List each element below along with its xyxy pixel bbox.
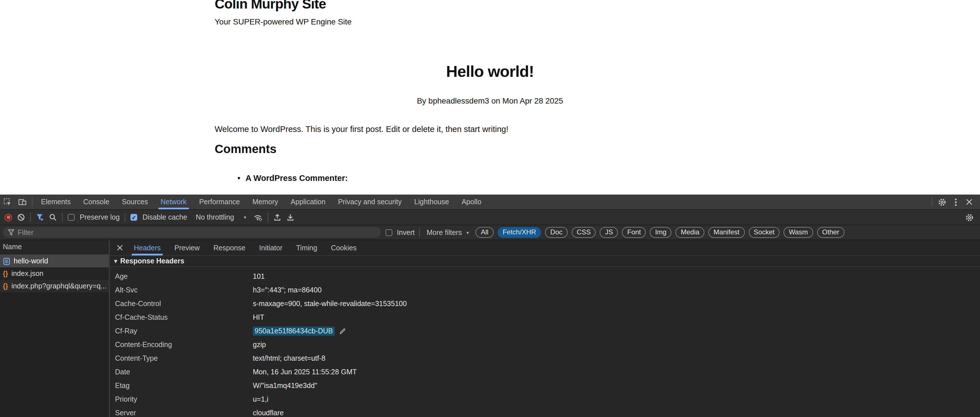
filter-chip-other[interactable]: Other bbox=[817, 227, 845, 238]
filter-chip-img[interactable]: Img bbox=[650, 227, 671, 238]
filter-chip-media[interactable]: Media bbox=[676, 227, 705, 238]
detail-tab-response[interactable]: Response bbox=[207, 240, 252, 255]
browser-viewport: Colin Murphy Site Your SUPER-powered WP … bbox=[0, 0, 980, 195]
preserve-log-checkbox[interactable] bbox=[68, 214, 75, 221]
device-toolbar-icon[interactable] bbox=[15, 195, 30, 209]
filter-chip-wasm[interactable]: Wasm bbox=[784, 227, 813, 238]
detail-tab-timing[interactable]: Timing bbox=[289, 240, 324, 255]
devtools-tab-performance[interactable]: Performance bbox=[193, 195, 246, 209]
headers-list: Age 101 Alt-Svc h3=":443"; ma=86400 Cach… bbox=[110, 267, 980, 417]
filter-chip-css[interactable]: CSS bbox=[572, 227, 596, 238]
header-value: text/html; charset=utf-8 bbox=[253, 354, 325, 362]
clear-network-log-icon[interactable] bbox=[17, 213, 25, 221]
devtools-panel: Elements Console Sources Network Perform… bbox=[0, 195, 980, 417]
invert-label[interactable]: Invert bbox=[397, 228, 415, 236]
request-name: hello-world bbox=[14, 257, 48, 265]
header-row: Server cloudflare bbox=[110, 406, 980, 417]
invert-checkbox[interactable] bbox=[385, 229, 392, 236]
edit-pencil-icon[interactable] bbox=[339, 328, 345, 335]
header-row: Etag W/"isa1mq419e3dd" bbox=[110, 379, 980, 393]
header-row: Priority u=1,i bbox=[110, 393, 980, 406]
network-settings-gear-icon[interactable] bbox=[965, 213, 974, 222]
devtools-tab-privacy-security[interactable]: Privacy and security bbox=[332, 195, 408, 209]
filter-chip-js[interactable]: JS bbox=[600, 227, 618, 238]
detail-tab-initiator[interactable]: Initiator bbox=[252, 240, 289, 255]
disable-cache-label[interactable]: Disable cache bbox=[142, 213, 187, 221]
disclosure-triangle-icon: ▼ bbox=[114, 258, 117, 264]
request-row-index-json[interactable]: {} index.json bbox=[0, 267, 109, 280]
more-options-kebab-icon[interactable] bbox=[949, 195, 962, 209]
devtools-tab-memory[interactable]: Memory bbox=[246, 195, 285, 209]
header-value: h3=":443"; ma=86400 bbox=[253, 286, 322, 294]
divider bbox=[932, 197, 932, 206]
post-body-text: Welcome to WordPress. This is your first… bbox=[215, 125, 509, 134]
detail-tab-headers[interactable]: Headers bbox=[127, 240, 168, 255]
devtools-tab-console[interactable]: Console bbox=[77, 195, 116, 209]
filter-funnel-small-icon bbox=[8, 229, 14, 236]
request-detail-pane: Headers Preview Response Initiator Timin… bbox=[110, 240, 980, 417]
search-icon[interactable] bbox=[49, 213, 57, 221]
filter-input[interactable] bbox=[18, 228, 376, 236]
more-filters-dropdown[interactable]: More filters ▾ bbox=[427, 228, 469, 236]
header-row: Content-Type text/html; charset=utf-8 bbox=[110, 352, 980, 365]
header-value: cloudflare bbox=[253, 409, 283, 417]
header-row: Cf-Cache-Status HIT bbox=[110, 311, 980, 324]
divider bbox=[30, 213, 31, 222]
site-title: Colin Murphy Site bbox=[215, 0, 326, 12]
header-row: Age 101 bbox=[110, 270, 980, 283]
requests-column-header[interactable]: Name bbox=[0, 240, 109, 255]
export-har-icon[interactable] bbox=[287, 213, 295, 221]
header-value: W/"isa1mq419e3dd" bbox=[253, 382, 317, 390]
divider bbox=[32, 197, 32, 206]
filter-input-pill[interactable] bbox=[3, 227, 381, 238]
filter-chip-fetch-xhr[interactable]: Fetch/XHR bbox=[497, 227, 541, 238]
comment-list-item: •A WordPress Commenter: bbox=[237, 173, 348, 182]
header-value: s-maxage=900, stale-while-revalidate=315… bbox=[253, 300, 407, 308]
devtools-tab-apollo[interactable]: Apollo bbox=[455, 195, 488, 209]
filter-chip-socket[interactable]: Socket bbox=[749, 227, 780, 238]
throttling-select[interactable]: No throttling ▾ bbox=[196, 213, 246, 221]
filter-chip-all[interactable]: All bbox=[476, 227, 494, 238]
request-row-hello-world[interactable]: hello-world bbox=[0, 255, 109, 267]
network-filter-bar: Invert More filters ▾ All Fetch/XHR Doc … bbox=[0, 225, 980, 240]
header-key: Server bbox=[110, 409, 253, 417]
devtools-tab-application[interactable]: Application bbox=[285, 195, 332, 209]
devtools-tab-elements[interactable]: Elements bbox=[35, 195, 77, 209]
request-name: index.json bbox=[11, 270, 44, 277]
divider bbox=[268, 213, 269, 222]
section-title: Response Headers bbox=[120, 257, 184, 265]
requests-panel: Name hello-world {} index.json bbox=[0, 240, 110, 417]
header-key: Etag bbox=[110, 382, 253, 390]
site-tagline: Your SUPER-powered WP Engine Site bbox=[215, 17, 352, 26]
detail-tab-cookies[interactable]: Cookies bbox=[324, 240, 363, 255]
filter-funnel-icon[interactable] bbox=[36, 213, 44, 221]
response-headers-section[interactable]: ▼ Response Headers bbox=[110, 256, 980, 267]
network-conditions-icon[interactable] bbox=[254, 213, 263, 221]
filter-chip-doc[interactable]: Doc bbox=[545, 227, 568, 238]
detail-tabbar: Headers Preview Response Initiator Timin… bbox=[110, 240, 980, 256]
divider bbox=[62, 213, 63, 222]
devtools-tab-network[interactable]: Network bbox=[154, 195, 193, 209]
devtools-tab-lighthouse[interactable]: Lighthouse bbox=[408, 195, 455, 209]
header-key: Alt-Svc bbox=[110, 286, 253, 294]
devtools-tab-sources[interactable]: Sources bbox=[116, 195, 154, 209]
close-detail-icon[interactable] bbox=[112, 240, 127, 255]
record-network-log-icon[interactable] bbox=[5, 214, 12, 221]
network-toolbar: Preserve log ✓ Disable cache No throttli… bbox=[0, 210, 980, 225]
disable-cache-checkbox[interactable]: ✓ bbox=[130, 214, 137, 221]
close-devtools-icon[interactable] bbox=[962, 195, 977, 209]
header-row: Cache-Control s-maxage=900, stale-while-… bbox=[110, 297, 980, 311]
preserve-log-label[interactable]: Preserve log bbox=[80, 213, 119, 221]
import-har-icon[interactable] bbox=[274, 213, 282, 221]
header-key: Age bbox=[110, 273, 253, 281]
request-row-index-php-graphql[interactable]: {} index.php?graphql&query=q... bbox=[0, 280, 109, 292]
filter-chip-manifest[interactable]: Manifest bbox=[708, 227, 745, 238]
chevron-down-icon: ▾ bbox=[244, 214, 246, 220]
header-value: u=1,i bbox=[253, 395, 269, 403]
detail-tab-preview[interactable]: Preview bbox=[168, 240, 207, 255]
inspect-element-icon[interactable] bbox=[0, 195, 15, 209]
filter-chip-font[interactable]: Font bbox=[622, 227, 646, 238]
resource-type-chips: All Fetch/XHR Doc CSS JS Font Img Media … bbox=[476, 227, 845, 238]
settings-gear-icon[interactable] bbox=[934, 195, 949, 209]
header-value[interactable]: 950a1e51f86434cb-DUB bbox=[253, 327, 345, 336]
